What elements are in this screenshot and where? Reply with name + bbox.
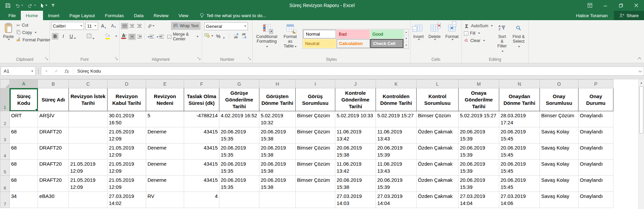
cell-O4[interactable]: Savaş Kolay — [540, 143, 578, 160]
paste-caret[interactable] — [8, 39, 10, 40]
redo-button[interactable] — [28, 3, 36, 8]
decrease-decimal-button[interactable]: .00→.0 — [241, 33, 246, 39]
cell-A2[interactable]: ORT — [10, 111, 38, 127]
col-header-D[interactable]: D — [108, 80, 146, 88]
cell-N7[interactable]: 27.03.2019 14:06 — [499, 192, 540, 208]
accounting-caret[interactable] — [211, 35, 213, 37]
insert-caret[interactable] — [418, 39, 420, 40]
cell-style-bad[interactable]: Bad — [337, 30, 370, 39]
top-align-button[interactable] — [121, 23, 128, 29]
cell-A1[interactable]: Süreç Kodu — [10, 88, 38, 111]
font-name-select[interactable]: Calibri — [51, 22, 84, 30]
cell-M6[interactable]: 20.06.2019 15:39 — [459, 176, 499, 192]
percent-style-button[interactable]: % — [216, 33, 220, 39]
cell-D5[interactable]: 21.05.2019 12:09 — [108, 160, 146, 176]
touch-mode-caret[interactable] — [45, 5, 47, 6]
increase-indent-button[interactable]: ▸ — [156, 34, 165, 40]
cell-H4[interactable]: 20.06.2019 15:38 — [259, 143, 296, 160]
cell-G7[interactable] — [219, 192, 259, 208]
cell-E4[interactable]: Deneme — [146, 143, 184, 160]
col-header-B[interactable]: B — [38, 80, 69, 88]
cell-L7[interactable]: Özden Çakmak — [417, 192, 459, 208]
alignment-dialog-launcher[interactable] — [198, 56, 201, 62]
cell-F3[interactable]: 43415 — [184, 127, 219, 143]
cell-A3[interactable]: 68 — [10, 127, 38, 143]
row-header-4[interactable]: 4 — [0, 143, 10, 160]
vertical-scrollbar[interactable]: ▲ — [638, 79, 644, 209]
col-header-P[interactable]: P — [578, 80, 613, 88]
col-header-I[interactable]: I — [296, 80, 335, 88]
tab-home[interactable]: Home — [21, 11, 43, 20]
share-button[interactable]: Share — [614, 11, 644, 20]
cell-K3[interactable]: 11.06.2019 13:43 — [376, 127, 417, 143]
cell-J3[interactable]: 11.06.2019 13:42 — [335, 127, 376, 143]
clipboard-dialog-launcher[interactable] — [45, 56, 48, 62]
cell-L2[interactable]: Bimser Çözüm — [417, 111, 459, 127]
clear-caret[interactable] — [483, 40, 485, 41]
cell-O6[interactable]: Savaş Kolay — [540, 176, 578, 192]
font-size-select[interactable]: 11 — [85, 22, 98, 30]
cell-I5[interactable]: Bimser Çözüm — [296, 160, 335, 176]
cell-L6[interactable]: Özden Çakmak — [417, 176, 459, 192]
col-header-H[interactable]: H — [259, 80, 296, 88]
cell-K1[interactable]: Kontrolden Dönme Tarihi — [376, 88, 417, 111]
row-header-5[interactable]: 5 — [0, 160, 10, 176]
cell-style-normal[interactable]: Normal — [303, 30, 336, 39]
cell-I7[interactable] — [296, 192, 335, 208]
decrease-indent-button[interactable]: ◂ — [146, 34, 156, 40]
cell-M3[interactable]: 20.06.2019 15:39 — [459, 127, 499, 143]
tab-view[interactable]: View — [173, 11, 193, 20]
tab-insert[interactable]: Insert — [43, 11, 65, 20]
cell-E1[interactable]: Revizyon Nedeni — [146, 88, 184, 111]
cell-P4[interactable]: Onaylandı — [578, 143, 613, 160]
select-all-corner[interactable] — [0, 80, 10, 88]
scrollbar-thumb[interactable] — [639, 86, 643, 133]
col-header-N[interactable]: N — [499, 80, 540, 88]
ribbon-display-options-button[interactable] — [582, 0, 598, 11]
cell-P7[interactable]: Onaylandı — [578, 192, 613, 208]
cell-K2[interactable]: 5.02.2019 15:27 — [376, 111, 417, 127]
undo-dropdown-caret[interactable] — [21, 5, 23, 6]
close-button[interactable] — [629, 0, 644, 11]
col-header-F[interactable]: F — [184, 80, 219, 88]
cell-C7[interactable] — [69, 192, 108, 208]
tab-page-layout[interactable]: Page Layout — [65, 11, 100, 20]
cell-B6[interactable]: DRAFT20 — [38, 176, 69, 192]
cell-K4[interactable]: 20.06.2019 15:39 — [376, 143, 417, 160]
cell-O3[interactable]: Savaş Kolay — [540, 127, 578, 143]
italic-button[interactable]: I — [61, 33, 66, 40]
cell-A7[interactable]: 34 — [10, 192, 38, 208]
sort-filter-button[interactable]: AZ Sort & Filter — [495, 22, 509, 56]
row-header-3[interactable]: 3 — [0, 127, 10, 143]
cell-K5[interactable]: 11.06.2019 13:43 — [376, 160, 417, 176]
merge-center-button[interactable]: ↔ Merge & Center — [165, 31, 201, 42]
find-select-button[interactable]: Find & Select — [510, 22, 527, 56]
align-left-button[interactable] — [121, 34, 128, 40]
cell-I4[interactable]: Bimser Çözüm — [296, 143, 335, 160]
cell-M4[interactable]: 20.06.2019 15:39 — [459, 143, 499, 160]
font-dialog-launcher[interactable] — [115, 56, 118, 62]
merge-center-caret[interactable] — [197, 36, 199, 37]
conditional-formatting-button[interactable]: ≠ Conditional Formatting — [254, 22, 280, 56]
cell-E2[interactable]: 5 — [146, 111, 184, 127]
cell-N3[interactable]: 20.06.2019 15:45 — [499, 127, 540, 143]
cell-style-good[interactable]: Good — [370, 30, 403, 39]
cell-K6[interactable]: 20.06.2019 15:39 — [376, 176, 417, 192]
delete-caret[interactable] — [434, 39, 436, 40]
cell-M1[interactable]: Onaya Gönderilme Tarihi — [459, 88, 499, 111]
cell-C5[interactable]: 21.05.2019 12:09 — [69, 160, 108, 176]
cell-D1[interactable]: Revizyon Kabul Tarihi — [108, 88, 146, 111]
cell-L3[interactable]: Özden Çakmak — [417, 127, 459, 143]
cancel-button[interactable]: × — [41, 69, 51, 74]
cell-G6[interactable]: 20.06.2019 15:35 — [219, 176, 259, 192]
col-header-L[interactable]: L — [417, 80, 459, 88]
cell-J2[interactable]: 5.02.2019 10:33 — [335, 111, 376, 127]
format-cells-button[interactable]: ↔ Format — [443, 22, 460, 56]
cell-B4[interactable]: DRAFT20 — [38, 143, 69, 160]
number-format-select[interactable]: General — [204, 22, 248, 30]
autosum-caret[interactable] — [491, 25, 493, 27]
formula-bar-handle[interactable] — [36, 69, 41, 74]
cell-H3[interactable]: 20.06.2019 15:38 — [259, 127, 296, 143]
number-dialog-launcher[interactable] — [248, 56, 251, 62]
comma-style-button[interactable]: , — [223, 33, 224, 39]
